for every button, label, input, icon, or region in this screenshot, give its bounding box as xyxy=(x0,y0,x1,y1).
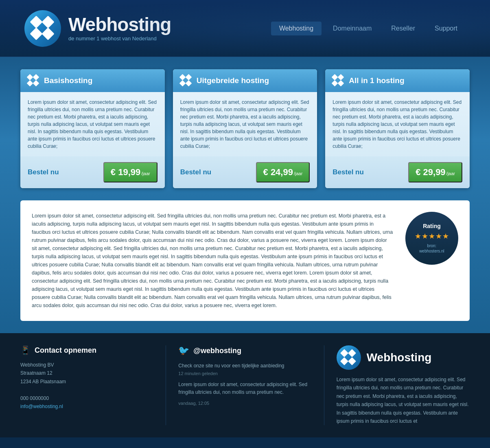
footer-logo-icon xyxy=(337,345,361,370)
price-button-basis[interactable]: € 19,99/jaar xyxy=(103,162,158,182)
card-icon-uitgebreide xyxy=(180,75,192,86)
price-main-uitgebreide: € 24,99 xyxy=(263,167,293,178)
content-text: Lorem ipsum dolor sit amet, consectetur … xyxy=(32,212,393,310)
content-block: Lorem ipsum dolor sit amet, consectetur … xyxy=(20,200,470,321)
tweet-promo-time: 12 minuten geleden xyxy=(178,370,311,378)
card-title-basis: Basishosting xyxy=(44,76,92,85)
site-tagline: de nummer 1 webhost van Nederland xyxy=(68,35,171,42)
nav-webhosting[interactable]: Webhosting xyxy=(271,22,322,35)
card-body-uitgebreide: Lorem ipsum dolor sit amet, consectetur … xyxy=(173,92,317,156)
nav-domeinnaam[interactable]: Domeinnaam xyxy=(325,22,380,35)
footer-logo-diamonds xyxy=(341,350,356,365)
footer-contact-info: Webhosting BV Straatnaam 12 1234 AB Plaa… xyxy=(20,361,153,411)
pricing-row: Basishosting Lorem ipsum dolor sit amet,… xyxy=(20,69,470,188)
pricing-card-allin: All in 1 hosting Lorem ipsum dolor sit a… xyxy=(325,69,470,188)
footer-contact-heading: 📱 Contact opnemen xyxy=(20,345,153,355)
bestel-nu-basis[interactable]: Bestel nu xyxy=(28,168,59,176)
footer-brand: Webhosting Lorem ipsum dolor sit amet, c… xyxy=(337,345,470,425)
rating-stars: ★★★★★ xyxy=(415,232,449,241)
card-footer-basis: Bestel nu € 19,99/jaar xyxy=(20,156,165,188)
price-sub-allin: /jaar xyxy=(446,171,455,176)
bestel-nu-uitgebreide[interactable]: Bestel nu xyxy=(180,168,212,176)
card-footer-allin: Bestel nu € 29,99/jaar xyxy=(325,156,470,188)
logo-text: Webhosting de nummer 1 webhost van Neder… xyxy=(68,15,171,42)
price-main-allin: € 29,99 xyxy=(416,167,445,178)
footer-logo-title: Webhosting xyxy=(367,351,432,364)
main-nav: Webhosting Domeinnaam Reseller Support xyxy=(271,22,466,35)
site-name: Webhosting xyxy=(68,15,171,34)
price-sub-basis: /jaar xyxy=(141,171,150,176)
footer: 📱 Contact opnemen Webhosting BV Straatna… xyxy=(0,333,490,437)
card-header-uitgebreide: Uitgebreide hosting xyxy=(173,69,317,92)
logo-area: Webhosting de nummer 1 webhost van Neder… xyxy=(24,10,171,47)
rating-label: Rating xyxy=(423,223,441,229)
card-title-uitgebreide: Uitgebreide hosting xyxy=(197,76,269,85)
card-body-basis: Lorem ipsum dolor sit amet, consectetur … xyxy=(20,92,165,156)
logo-diamonds xyxy=(32,18,54,40)
twitter-icon: 🐦 xyxy=(178,345,189,356)
footer-twitter-heading: 🐦 @webhosting xyxy=(178,345,311,356)
card-header-basis: Basishosting xyxy=(20,69,165,92)
pricing-card-uitgebreide: Uitgebreide hosting Lorem ipsum dolor si… xyxy=(173,69,317,188)
footer-twitter-content: Check onze site nu voor een tijdelijke a… xyxy=(178,362,311,407)
footer-contact: 📱 Contact opnemen Webhosting BV Straatna… xyxy=(20,345,166,425)
footer-email[interactable]: info@webhosting.nl xyxy=(20,402,153,411)
phone-icon: 📱 xyxy=(20,345,31,355)
card-icon-allin xyxy=(332,75,344,86)
nav-reseller[interactable]: Reseller xyxy=(383,22,423,35)
price-sub-uitgebreide: /jaar xyxy=(294,171,302,176)
diamond-1 xyxy=(30,15,42,28)
price-button-uitgebreide[interactable]: € 24,99/jaar xyxy=(256,162,310,182)
tweet-text: Lorem ipsum dolor sit amet, consectetur … xyxy=(178,381,311,396)
main-content: Basishosting Lorem ipsum dolor sit amet,… xyxy=(0,57,490,333)
price-button-allin[interactable]: € 29,99/jaar xyxy=(408,162,462,182)
card-icon-basis xyxy=(28,75,39,86)
diamond-2 xyxy=(42,15,54,28)
card-title-allin: All in 1 hosting xyxy=(349,76,404,85)
footer-logo-area: Webhosting xyxy=(337,345,470,370)
rating-source: bron: webhosters.nl xyxy=(419,243,444,254)
logo-icon xyxy=(24,10,61,47)
card-footer-uitgebreide: Bestel nu € 24,99/jaar xyxy=(173,156,317,188)
price-main-basis: € 19,99 xyxy=(111,167,140,178)
bestel-nu-allin[interactable]: Bestel nu xyxy=(332,168,364,176)
card-body-allin: Lorem ipsum dolor sit amet, consectetur … xyxy=(325,92,470,156)
tweet-timestamp: vandaag, 12:05 xyxy=(178,400,311,407)
pricing-card-basis: Basishosting Lorem ipsum dolor sit amet,… xyxy=(20,69,165,188)
header: Webhosting de nummer 1 webhost van Neder… xyxy=(0,0,490,57)
nav-support[interactable]: Support xyxy=(427,22,466,35)
diamond-4 xyxy=(42,27,54,40)
card-header-allin: All in 1 hosting xyxy=(325,69,470,92)
footer-twitter: 🐦 @webhosting Check onze site nu voor ee… xyxy=(178,345,324,425)
rating-widget: Rating ★★★★★ bron: webhosters.nl xyxy=(405,212,458,265)
footer-brand-description: Lorem ipsum dolor sit amet, consectetur … xyxy=(337,376,470,425)
diamond-3 xyxy=(30,27,42,40)
